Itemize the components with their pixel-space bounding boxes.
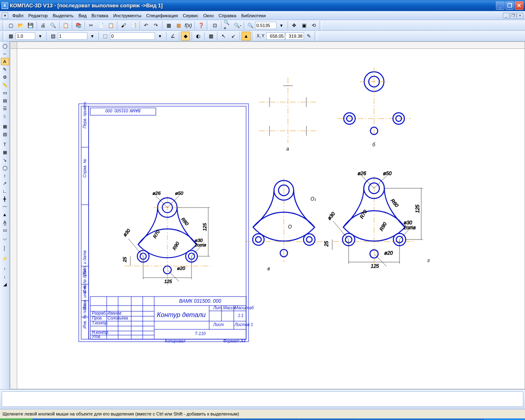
redo-button[interactable]: ↷ xyxy=(151,21,160,30)
geometry-icon[interactable]: ◯ xyxy=(1,42,9,50)
insert-icon[interactable]: ⎀ xyxy=(1,112,9,120)
zoom-dropdown[interactable]: ▾ xyxy=(277,21,286,30)
layer-dropdown[interactable]: ▾ xyxy=(88,32,97,41)
mdi-close-button[interactable]: × xyxy=(517,13,523,18)
zoom-fit-button[interactable]: ▣ xyxy=(299,21,308,30)
lw-dropdown[interactable]: ▾ xyxy=(36,32,45,41)
menu-tools[interactable]: Инструменты xyxy=(111,12,144,19)
layers-button[interactable]: ▤ xyxy=(48,32,57,41)
lcs-button[interactable]: ↖ xyxy=(219,32,228,41)
style-input[interactable] xyxy=(110,32,155,40)
coord-x[interactable] xyxy=(266,32,285,40)
tolerance-icon[interactable]: ▭ xyxy=(1,226,9,234)
select-icon[interactable]: ▭ xyxy=(1,89,9,96)
copy-button[interactable]: 📄 xyxy=(96,21,105,30)
system-tray[interactable]: RU ‹ 🔗 K 14:18 xyxy=(484,418,525,420)
menu-help[interactable]: Справка xyxy=(216,12,239,19)
document-icon[interactable]: ▾ xyxy=(2,12,8,19)
save-button[interactable]: 💾 xyxy=(26,21,35,30)
measure-icon[interactable]: 📏 xyxy=(1,81,9,89)
arrow-icon[interactable]: ↗ xyxy=(1,180,9,187)
zoom-input[interactable] xyxy=(255,22,276,29)
zoom-realtime-button[interactable]: 🔍 xyxy=(246,21,255,30)
menu-insert[interactable]: Вставка xyxy=(89,12,111,19)
preview-button[interactable]: 🔍 xyxy=(48,21,57,30)
cut-button[interactable]: ✂ xyxy=(87,21,96,30)
snap-button[interactable]: ∠ xyxy=(168,32,177,41)
print-button[interactable]: 🖨 xyxy=(39,21,48,30)
end-icon[interactable]: ◢ xyxy=(1,281,9,288)
sep-icon[interactable]: │ xyxy=(1,244,9,252)
start-button[interactable]: пуск xyxy=(0,418,34,420)
mark-icon[interactable]: ◡ xyxy=(1,234,9,242)
help-button[interactable]: ❓ xyxy=(196,21,205,30)
leader-icon[interactable]: ↘ xyxy=(1,156,9,164)
zoom-out-button[interactable]: 🔍- xyxy=(233,21,242,30)
coord-y[interactable] xyxy=(285,32,304,40)
new-button[interactable]: ▢ xyxy=(6,21,15,30)
coord-edit-button[interactable]: ✎ xyxy=(304,32,313,41)
down-icon[interactable]: ↓ xyxy=(1,273,9,280)
svg-text:25: 25 xyxy=(122,257,127,262)
zoom-window-button[interactable]: ⊡ xyxy=(210,21,219,30)
open-button[interactable]: 📂 xyxy=(16,21,25,30)
layer-state-button[interactable]: ⬚ xyxy=(100,32,110,41)
linewidth-input[interactable] xyxy=(16,32,35,40)
annotations-icon[interactable]: A xyxy=(1,58,9,65)
undo-button[interactable]: ↶ xyxy=(142,21,151,30)
cut-line-icon[interactable]: ↕ xyxy=(1,172,9,179)
up-icon[interactable]: ↑ xyxy=(1,265,9,272)
variables-button[interactable]: f(x) xyxy=(184,21,193,30)
params-icon[interactable]: ⚙ xyxy=(1,73,9,81)
balloon-icon[interactable]: ◯ xyxy=(1,164,9,171)
menu-file[interactable]: Файл xyxy=(10,12,26,19)
round-button[interactable]: ◐ xyxy=(194,32,203,41)
reports-icon[interactable]: ☰ xyxy=(1,105,9,112)
menu-window[interactable]: Окно xyxy=(201,12,216,19)
doc-tool-button[interactable]: 📑 xyxy=(129,21,138,30)
menu-select[interactable]: Выделить xyxy=(50,12,76,19)
menu-spec[interactable]: Спецификация xyxy=(144,12,180,19)
table-icon[interactable]: ▦ xyxy=(1,148,9,156)
mdi-restore-button[interactable]: ❐ xyxy=(510,13,516,18)
wave-icon[interactable]: 〰 xyxy=(1,203,9,210)
stamp-code-top: ВАМК 031500. 000 xyxy=(105,108,141,113)
brand-icon[interactable]: ⚡ xyxy=(1,255,9,262)
axis-icon[interactable]: ╋ xyxy=(1,195,9,203)
library-bar-button[interactable]: ▦ xyxy=(174,21,183,30)
menu-view[interactable]: Вид xyxy=(76,12,89,19)
menu-edit[interactable]: Редактор xyxy=(26,12,50,19)
paste-button[interactable]: 📋 xyxy=(106,21,115,30)
minimize-button[interactable]: _ xyxy=(496,1,504,10)
menu-libs[interactable]: Библиотеки xyxy=(239,12,268,19)
hatch-icon[interactable]: ▧ xyxy=(1,130,9,138)
layer-input[interactable] xyxy=(58,32,87,40)
manager-button[interactable]: ▦ xyxy=(164,21,173,30)
drawing-canvas[interactable]: ВАМК 031500. 000 Перв. примен. Справ. № … xyxy=(17,49,525,389)
menu-service[interactable]: Сервис xyxy=(180,12,201,19)
zoom-in-button[interactable]: 🔍+ xyxy=(223,21,232,30)
copy-props-button[interactable]: 🖌 xyxy=(119,21,128,30)
datum-icon[interactable]: A̲ xyxy=(1,219,9,226)
edit-icon[interactable]: ✎ xyxy=(1,66,9,73)
maximize-button[interactable]: ❐ xyxy=(505,1,514,10)
views-icon[interactable]: ▦ xyxy=(1,123,9,130)
properties-button[interactable]: 📋 xyxy=(61,21,70,30)
mdi-minimize-button[interactable]: _ xyxy=(503,13,509,18)
zoom-prev-button[interactable]: ⟲ xyxy=(309,21,318,30)
style-dropdown[interactable]: ▾ xyxy=(155,32,164,41)
spec-icon[interactable]: ▤ xyxy=(1,97,9,104)
property-panel-inner[interactable] xyxy=(2,391,523,407)
base-icon[interactable]: ▲ xyxy=(1,211,9,218)
centerline-icon[interactable]: ∟ xyxy=(1,187,9,195)
ortho-button[interactable]: ◆ xyxy=(181,32,190,41)
grid-toggle-button[interactable]: ▦ xyxy=(206,32,215,41)
close-button[interactable]: ✕ xyxy=(515,1,523,10)
pan-button[interactable]: ✥ xyxy=(290,21,299,30)
text-icon[interactable]: T xyxy=(1,141,9,148)
dimensions-icon[interactable]: ↔ xyxy=(1,50,9,57)
grid-button[interactable]: ▦ xyxy=(6,32,15,41)
origin-button[interactable]: ↙ xyxy=(229,32,238,41)
library-button[interactable]: 📚 xyxy=(74,21,83,30)
osnap-button[interactable]: ▲ xyxy=(242,32,251,41)
